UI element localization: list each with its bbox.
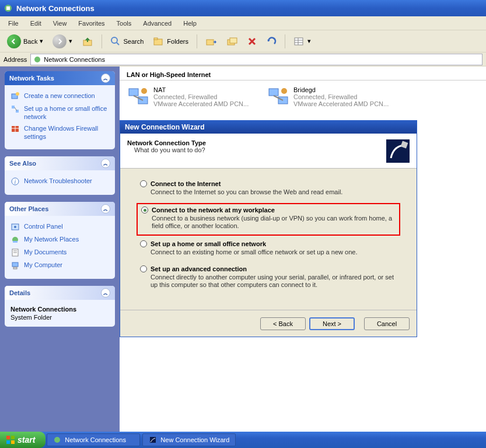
window-titlebar[interactable]: Network Connections	[0, 0, 486, 16]
taskbar-item-label: New Connection Wizard	[160, 436, 229, 443]
search-button[interactable]: Search	[107, 33, 147, 50]
network-tasks-header[interactable]: Network Tasks ︽	[5, 71, 115, 85]
wizard-head-subtitle: What do you want to do?	[134, 146, 386, 153]
folders-button[interactable]: Folders	[149, 33, 192, 50]
option-internet[interactable]: Connect to the Internet Connect to the I…	[137, 178, 400, 201]
taskbar-item[interactable]: New Connection Wizard	[142, 433, 236, 446]
menu-edit[interactable]: Edit	[25, 18, 47, 29]
svg-rect-9	[230, 38, 237, 43]
menubar: File Edit View Favorites Tools Advanced …	[0, 16, 486, 30]
svg-rect-44	[11, 436, 15, 439]
back-button[interactable]: < Back	[260, 317, 306, 330]
network-places-icon	[11, 235, 20, 244]
option-advanced[interactable]: Set up an advanced connection Connect di…	[137, 263, 400, 293]
control-panel-link[interactable]: Control Panel	[11, 220, 109, 233]
firewall-settings-link[interactable]: Change Windows Firewall settings	[11, 123, 109, 142]
option-description: Connect to a business network (using dia…	[152, 215, 396, 230]
svg-point-47	[54, 437, 60, 443]
option-workplace[interactable]: Connect to the network at my workplace C…	[137, 203, 400, 236]
start-button[interactable]: start	[0, 432, 46, 448]
option-label: Connect to the Internet	[151, 180, 221, 187]
computer-icon	[11, 261, 20, 270]
connection-item[interactable]: Bridegd Connected, Firewalled VMware Acc…	[267, 86, 395, 110]
connection-status: Connected, Firewalled	[293, 93, 389, 100]
move-to-button[interactable]	[202, 33, 221, 50]
copy-to-button[interactable]	[223, 33, 242, 50]
network-setup-icon	[11, 104, 20, 114]
my-documents-link[interactable]: My Documents	[11, 246, 109, 259]
panel-body: Control Panel My Network Places My Docum…	[5, 216, 115, 279]
svg-rect-32	[12, 262, 18, 267]
address-input[interactable]: Network Connections	[30, 54, 482, 65]
svg-point-3	[111, 37, 117, 43]
collapse-icon[interactable]: ︽	[101, 74, 110, 83]
link-label: Control Panel	[24, 222, 63, 230]
radio-icon[interactable]	[140, 265, 147, 272]
wizard-body: Connect to the Internet Connect to the I…	[120, 169, 417, 310]
details-type: System Folder	[11, 314, 109, 321]
svg-rect-46	[11, 440, 15, 444]
radio-icon[interactable]	[140, 240, 147, 247]
documents-icon	[11, 248, 20, 257]
control-panel-icon	[11, 222, 20, 232]
wizard-header: Network Connection Type What do you want…	[120, 134, 417, 169]
svg-rect-38	[269, 89, 278, 96]
see-also-header[interactable]: See Also ︽	[5, 156, 115, 170]
menu-view[interactable]: View	[47, 18, 73, 29]
panel-title: Other Places	[9, 205, 48, 212]
other-places-panel: Other Places ︽ Control Panel My Network …	[5, 202, 115, 279]
next-button[interactable]: Next >	[309, 317, 355, 330]
menu-help[interactable]: Help	[177, 18, 202, 29]
back-label: Back	[23, 38, 37, 45]
menu-file[interactable]: File	[2, 18, 25, 29]
wizard-head-title: Network Connection Type	[127, 139, 386, 146]
svg-text:i: i	[15, 178, 16, 185]
option-label: Connect to the network at my workplace	[152, 206, 275, 214]
network-places-link[interactable]: My Network Places	[11, 233, 109, 246]
menu-favorites[interactable]: Favorites	[72, 18, 110, 29]
menu-tools[interactable]: Tools	[111, 18, 138, 29]
details-header[interactable]: Details ︽	[5, 286, 115, 300]
option-description: Connect to the Internet so you can brows…	[151, 188, 397, 196]
connection-device: VMware Accelerated AMD PCN...	[153, 100, 249, 107]
collapse-icon[interactable]: ︽	[101, 204, 110, 214]
setup-network-link[interactable]: Set up a home or small office network	[11, 103, 109, 123]
troubleshooter-link[interactable]: i Network Troubleshooter	[11, 175, 109, 188]
link-label: My Network Places	[24, 235, 79, 243]
menu-advanced[interactable]: Advanced	[137, 18, 177, 29]
svg-rect-43	[6, 436, 10, 439]
content-area: Network Tasks ︽ Create a new connection …	[0, 66, 486, 432]
collapse-icon[interactable]: ︽	[101, 159, 110, 168]
panel-title: See Also	[9, 160, 36, 167]
undo-button[interactable]	[263, 33, 280, 50]
connection-name: NAT	[153, 86, 249, 93]
wizard-titlebar[interactable]: New Connection Wizard	[120, 121, 417, 134]
option-description: Connect to an existing home or small off…	[151, 249, 397, 256]
back-button[interactable]: Back ▾	[4, 33, 47, 50]
views-button[interactable]: ▾	[290, 33, 314, 50]
radio-icon[interactable]	[141, 206, 148, 214]
link-label: Network Troubleshooter	[24, 177, 92, 185]
other-places-header[interactable]: Other Places ︽	[5, 202, 115, 216]
svg-rect-7	[207, 40, 214, 45]
wizard-icon	[149, 436, 157, 444]
folders-label: Folders	[167, 38, 188, 45]
collapse-icon[interactable]: ︽	[101, 288, 110, 298]
up-button[interactable]	[78, 33, 97, 50]
cancel-button[interactable]: Cancel	[364, 317, 410, 330]
forward-button[interactable]: ▾	[49, 33, 76, 50]
option-home-network[interactable]: Set up a home or small office network Co…	[137, 238, 400, 261]
info-icon: i	[11, 177, 20, 186]
connection-item[interactable]: NAT Connected, Firewalled VMware Acceler…	[127, 86, 255, 110]
lan-connection-icon	[127, 86, 150, 110]
firewall-icon	[11, 124, 20, 134]
create-connection-link[interactable]: Create a new connection	[11, 90, 109, 103]
radio-icon[interactable]	[140, 180, 147, 187]
my-computer-link[interactable]: My Computer	[11, 259, 109, 272]
taskbar-item[interactable]: Network Connections	[47, 433, 140, 446]
svg-rect-42	[401, 141, 408, 149]
svg-point-14	[34, 57, 40, 62]
address-bar: Address Network Connections	[0, 52, 486, 66]
delete-button[interactable]	[244, 33, 260, 50]
details-name: Network Connections	[11, 306, 109, 313]
